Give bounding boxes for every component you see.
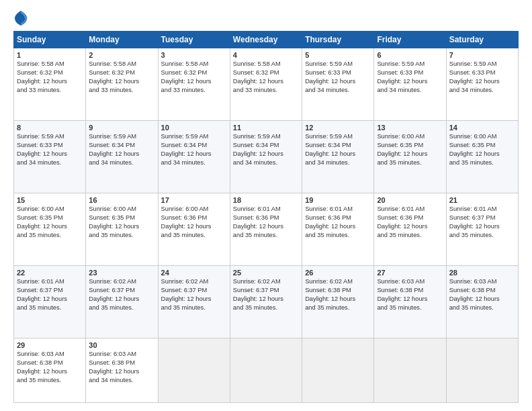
day-number: 25: [233, 269, 299, 277]
day-number: 30: [89, 341, 154, 349]
day-info: Sunrise: 5:59 AM Sunset: 6:33 PM Dayligh…: [377, 60, 443, 95]
calendar-cell: 6Sunrise: 5:59 AM Sunset: 6:33 PM Daylig…: [374, 48, 446, 121]
day-number: 23: [89, 269, 154, 277]
day-info: Sunrise: 6:03 AM Sunset: 6:38 PM Dayligh…: [377, 277, 443, 312]
day-number: 5: [305, 51, 371, 59]
day-number: 28: [449, 269, 515, 277]
day-info: Sunrise: 6:00 AM Sunset: 6:35 PM Dayligh…: [17, 205, 83, 240]
day-number: 26: [305, 269, 371, 277]
day-info: Sunrise: 5:58 AM Sunset: 6:32 PM Dayligh…: [233, 60, 299, 95]
day-number: 14: [449, 124, 515, 132]
calendar-cell: 16Sunrise: 6:00 AM Sunset: 6:35 PM Dayli…: [86, 193, 158, 265]
day-info: Sunrise: 6:00 AM Sunset: 6:35 PM Dayligh…: [377, 132, 443, 167]
calendar-day-header: Saturday: [446, 32, 518, 48]
day-info: Sunrise: 6:02 AM Sunset: 6:38 PM Dayligh…: [305, 277, 371, 312]
day-number: 3: [161, 51, 227, 59]
calendar-day-header: Sunday: [14, 32, 86, 48]
day-info: Sunrise: 5:58 AM Sunset: 6:32 PM Dayligh…: [17, 60, 83, 95]
calendar-cell: 17Sunrise: 6:00 AM Sunset: 6:36 PM Dayli…: [158, 193, 230, 265]
day-number: 4: [233, 51, 299, 59]
day-number: 20: [377, 196, 443, 204]
day-number: 19: [305, 196, 371, 204]
day-info: Sunrise: 5:59 AM Sunset: 6:34 PM Dayligh…: [233, 132, 299, 167]
day-info: Sunrise: 6:02 AM Sunset: 6:37 PM Dayligh…: [233, 277, 299, 312]
calendar-table: SundayMondayTuesdayWednesdayThursdayFrid…: [13, 31, 519, 403]
calendar-cell: 5Sunrise: 5:59 AM Sunset: 6:33 PM Daylig…: [302, 48, 374, 121]
calendar-cell: 28Sunrise: 6:03 AM Sunset: 6:38 PM Dayli…: [446, 265, 518, 338]
day-info: Sunrise: 5:59 AM Sunset: 6:33 PM Dayligh…: [449, 60, 515, 95]
calendar-cell: 2Sunrise: 5:58 AM Sunset: 6:32 PM Daylig…: [86, 48, 158, 121]
day-info: Sunrise: 5:58 AM Sunset: 6:32 PM Dayligh…: [89, 60, 154, 95]
day-info: Sunrise: 6:03 AM Sunset: 6:38 PM Dayligh…: [449, 277, 515, 312]
calendar-cell: 30Sunrise: 6:03 AM Sunset: 6:38 PM Dayli…: [86, 338, 158, 402]
day-number: 17: [161, 196, 227, 204]
calendar-cell: 10Sunrise: 5:59 AM Sunset: 6:34 PM Dayli…: [158, 120, 230, 193]
calendar-day-header: Wednesday: [230, 32, 302, 48]
calendar-cell: 13Sunrise: 6:00 AM Sunset: 6:35 PM Dayli…: [374, 120, 446, 193]
day-info: Sunrise: 6:01 AM Sunset: 6:36 PM Dayligh…: [377, 205, 443, 240]
calendar-cell: 19Sunrise: 6:01 AM Sunset: 6:36 PM Dayli…: [302, 193, 374, 265]
calendar-cell: 22Sunrise: 6:01 AM Sunset: 6:37 PM Dayli…: [14, 265, 86, 338]
day-number: 8: [17, 124, 83, 132]
day-number: 15: [17, 196, 83, 204]
day-number: 7: [449, 51, 515, 59]
calendar-cell: 1Sunrise: 5:58 AM Sunset: 6:32 PM Daylig…: [14, 48, 86, 121]
day-number: 6: [377, 51, 443, 59]
calendar-cell: 7Sunrise: 5:59 AM Sunset: 6:33 PM Daylig…: [446, 48, 518, 121]
calendar-cell: 25Sunrise: 6:02 AM Sunset: 6:37 PM Dayli…: [230, 265, 302, 338]
day-number: 24: [161, 269, 227, 277]
day-number: 13: [377, 124, 443, 132]
calendar-cell: 27Sunrise: 6:03 AM Sunset: 6:38 PM Dayli…: [374, 265, 446, 338]
day-info: Sunrise: 5:59 AM Sunset: 6:34 PM Dayligh…: [89, 132, 154, 167]
calendar-cell: [374, 338, 446, 402]
day-number: 16: [89, 196, 154, 204]
day-info: Sunrise: 6:02 AM Sunset: 6:37 PM Dayligh…: [89, 277, 154, 312]
logo-icon: [15, 11, 27, 26]
calendar-cell: 18Sunrise: 6:01 AM Sunset: 6:36 PM Dayli…: [230, 193, 302, 265]
page: SundayMondayTuesdayWednesdayThursdayFrid…: [0, 0, 532, 411]
day-info: Sunrise: 5:59 AM Sunset: 6:33 PM Dayligh…: [17, 132, 83, 167]
day-info: Sunrise: 6:00 AM Sunset: 6:36 PM Dayligh…: [161, 205, 227, 240]
calendar-day-header: Friday: [374, 32, 446, 48]
day-info: Sunrise: 6:00 AM Sunset: 6:35 PM Dayligh…: [89, 205, 154, 240]
calendar-cell: 15Sunrise: 6:00 AM Sunset: 6:35 PM Dayli…: [14, 193, 86, 265]
day-info: Sunrise: 6:03 AM Sunset: 6:38 PM Dayligh…: [17, 350, 83, 385]
header: [13, 11, 519, 26]
calendar-day-header: Monday: [86, 32, 158, 48]
calendar-day-header: Thursday: [302, 32, 374, 48]
calendar-cell: 24Sunrise: 6:02 AM Sunset: 6:37 PM Dayli…: [158, 265, 230, 338]
day-number: 12: [305, 124, 371, 132]
calendar-header-row: SundayMondayTuesdayWednesdayThursdayFrid…: [14, 32, 519, 48]
day-info: Sunrise: 5:59 AM Sunset: 6:34 PM Dayligh…: [161, 132, 227, 167]
calendar-cell: 11Sunrise: 5:59 AM Sunset: 6:34 PM Dayli…: [230, 120, 302, 193]
calendar-cell: 14Sunrise: 6:00 AM Sunset: 6:35 PM Dayli…: [446, 120, 518, 193]
day-info: Sunrise: 6:01 AM Sunset: 6:37 PM Dayligh…: [449, 205, 515, 240]
calendar-cell: 20Sunrise: 6:01 AM Sunset: 6:36 PM Dayli…: [374, 193, 446, 265]
calendar-cell: 12Sunrise: 5:59 AM Sunset: 6:34 PM Dayli…: [302, 120, 374, 193]
logo: [13, 11, 27, 26]
day-info: Sunrise: 6:00 AM Sunset: 6:35 PM Dayligh…: [449, 132, 515, 167]
calendar-cell: [158, 338, 230, 402]
day-number: 18: [233, 196, 299, 204]
day-number: 10: [161, 124, 227, 132]
day-number: 11: [233, 124, 299, 132]
day-info: Sunrise: 5:58 AM Sunset: 6:32 PM Dayligh…: [161, 60, 227, 95]
calendar-cell: 21Sunrise: 6:01 AM Sunset: 6:37 PM Dayli…: [446, 193, 518, 265]
day-info: Sunrise: 6:01 AM Sunset: 6:37 PM Dayligh…: [17, 277, 83, 312]
day-info: Sunrise: 6:01 AM Sunset: 6:36 PM Dayligh…: [305, 205, 371, 240]
day-info: Sunrise: 5:59 AM Sunset: 6:34 PM Dayligh…: [305, 132, 371, 167]
day-info: Sunrise: 6:03 AM Sunset: 6:38 PM Dayligh…: [89, 350, 154, 385]
day-number: 21: [449, 196, 515, 204]
day-number: 22: [17, 269, 83, 277]
day-number: 27: [377, 269, 443, 277]
day-number: 2: [89, 51, 154, 59]
day-number: 1: [17, 51, 83, 59]
calendar-cell: 23Sunrise: 6:02 AM Sunset: 6:37 PM Dayli…: [86, 265, 158, 338]
calendar-cell: 26Sunrise: 6:02 AM Sunset: 6:38 PM Dayli…: [302, 265, 374, 338]
calendar-cell: 3Sunrise: 5:58 AM Sunset: 6:32 PM Daylig…: [158, 48, 230, 121]
calendar-cell: [302, 338, 374, 402]
day-info: Sunrise: 6:01 AM Sunset: 6:36 PM Dayligh…: [233, 205, 299, 240]
calendar-cell: 9Sunrise: 5:59 AM Sunset: 6:34 PM Daylig…: [86, 120, 158, 193]
calendar-day-header: Tuesday: [158, 32, 230, 48]
calendar-cell: 29Sunrise: 6:03 AM Sunset: 6:38 PM Dayli…: [14, 338, 86, 402]
